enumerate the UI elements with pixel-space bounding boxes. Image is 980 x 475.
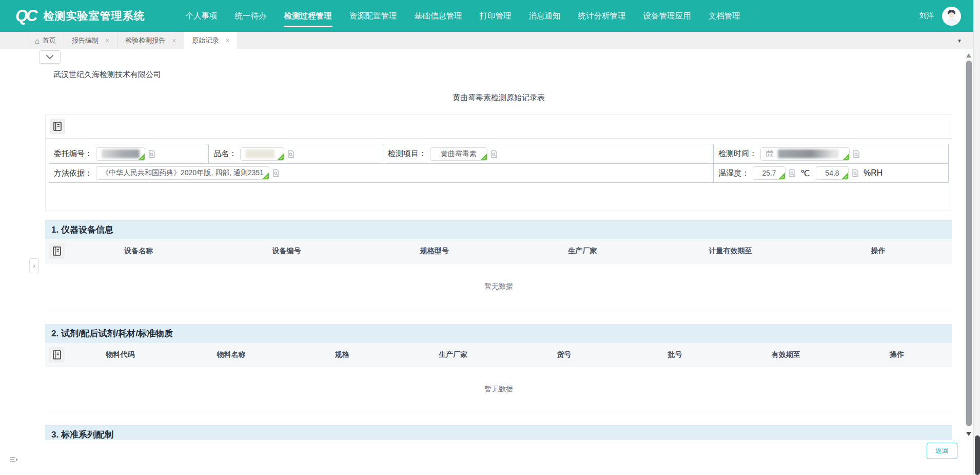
- test-item-cell: 检测项目： 黄曲霉毒素: [383, 144, 713, 163]
- consign-no-input[interactable]: [96, 147, 145, 161]
- tab-bar: ⌂ 首页 报告编制 × 检验检测报告 × 原始记录 × ▼: [0, 32, 973, 49]
- nav-item-personal[interactable]: 个人事项: [177, 0, 226, 32]
- column-header: 生产厂家: [398, 350, 508, 359]
- tab-report-edit[interactable]: 报告编制 ×: [64, 32, 117, 49]
- app-title: 检测实验室管理系统: [44, 9, 145, 23]
- doc-search-icon[interactable]: [287, 150, 295, 158]
- card-toolbar: [46, 115, 952, 139]
- consign-no-label: 委托编号：: [54, 149, 92, 159]
- record-title: 黄曲霉毒素检测原始记录表: [45, 93, 952, 103]
- content-scrollbar-thumb[interactable]: [966, 61, 972, 426]
- section-reagents-title: 2. 试剂/配后试剂/耗材/标准物质: [45, 324, 952, 343]
- column-header: 货号: [508, 350, 619, 359]
- nav-item-resource-config[interactable]: 资源配置管理: [341, 0, 406, 32]
- close-icon[interactable]: ×: [105, 37, 109, 44]
- footer-bar: 返回: [0, 440, 965, 475]
- column-header: 设备名称: [65, 246, 212, 256]
- reagents-table-body: 暂无数据: [45, 367, 952, 411]
- notebook-icon: [53, 122, 62, 131]
- notebook-icon-button[interactable]: [49, 347, 65, 363]
- product-name-input[interactable]: [240, 147, 284, 161]
- temperature-input[interactable]: 25.7: [753, 166, 786, 180]
- instruments-columns: 设备名称 设备编号 规格型号 生产厂家 计量有效期至 操作: [65, 246, 952, 256]
- doc-search-icon[interactable]: [852, 150, 860, 158]
- test-item-input[interactable]: 黄曲霉毒素: [430, 147, 487, 161]
- redacted-value: [778, 149, 838, 158]
- section-standard-series: 3. 标准系列配制: [45, 425, 952, 440]
- column-header: 物料代码: [65, 350, 175, 359]
- column-header: 操作: [841, 350, 952, 359]
- doc-search-icon[interactable]: [148, 150, 156, 158]
- user-avatar[interactable]: [942, 7, 961, 26]
- notebook-icon-button[interactable]: [50, 119, 65, 134]
- redacted-value: [102, 149, 140, 158]
- valid-check-badge: [778, 172, 785, 179]
- tab-report-edit-label: 报告编制: [72, 36, 99, 45]
- doc-search-icon[interactable]: [788, 169, 796, 177]
- column-header: 计量有效期至: [656, 246, 804, 256]
- app-header: QC 检测实验室管理系统 个人事项 统一待办 检测过程管理 资源配置管理 基础信…: [0, 0, 973, 32]
- humidity-input[interactable]: 54.8: [816, 166, 849, 180]
- doc-search-icon[interactable]: [490, 150, 498, 158]
- valid-check-badge: [262, 172, 269, 179]
- nav-item-basic-info[interactable]: 基础信息管理: [406, 0, 471, 32]
- header-right: 刘洋: [919, 7, 961, 26]
- nav-item-test-process[interactable]: 检测过程管理: [276, 0, 341, 32]
- column-header: 物料名称: [175, 350, 286, 359]
- tab-home[interactable]: ⌂ 首页: [27, 32, 64, 49]
- calendar-icon: [766, 150, 774, 158]
- collapse-panel-button[interactable]: [39, 50, 61, 64]
- column-header: 设备编号: [212, 246, 360, 256]
- scroll-down-arrow-icon[interactable]: [966, 432, 971, 436]
- record-info-card: 委托编号： 品名：: [45, 114, 952, 211]
- page-scrollbar[interactable]: [973, 0, 980, 475]
- tab-original-record[interactable]: 原始记录 ×: [184, 32, 238, 49]
- menu-unfold-icon[interactable]: [9, 457, 18, 466]
- tab-inspection-report[interactable]: 检验检测报告 ×: [117, 32, 184, 49]
- nav-item-document[interactable]: 文档管理: [700, 0, 749, 32]
- app-screen: QC 检测实验室管理系统 个人事项 统一待办 检测过程管理 资源配置管理 基础信…: [0, 0, 980, 475]
- notebook-icon-button[interactable]: [49, 243, 65, 259]
- close-icon[interactable]: ×: [172, 37, 176, 44]
- method-basis-input[interactable]: 《中华人民共和国药典》2020年版, 四部, 通则2351: [96, 166, 269, 180]
- back-button[interactable]: 返回: [927, 443, 957, 459]
- tab-original-record-label: 原始记录: [192, 36, 219, 45]
- temp-humidity-cell: 温湿度： 25.7 ℃ 54.8: [713, 163, 948, 182]
- scroll-up-arrow-icon[interactable]: [966, 53, 971, 58]
- product-name-label: 品名：: [213, 149, 237, 159]
- user-name[interactable]: 刘洋: [919, 11, 934, 21]
- empty-data-text: 暂无数据: [484, 385, 513, 394]
- doc-search-icon[interactable]: [272, 169, 280, 177]
- test-item-value: 黄曲霉毒素: [441, 149, 477, 159]
- method-basis-value: 《中华人民共和国药典》2020年版, 四部, 通则2351: [102, 168, 264, 178]
- doc-search-icon[interactable]: [851, 169, 859, 177]
- instruments-table-header: 设备名称 设备编号 规格型号 生产厂家 计量有效期至 操作: [45, 239, 952, 263]
- tab-list-caret-icon[interactable]: ▼: [957, 32, 962, 49]
- nav-item-message[interactable]: 消息通知: [520, 0, 570, 32]
- page-scrollbar-thumb[interactable]: [975, 435, 980, 475]
- content-scrollbar[interactable]: [965, 49, 973, 440]
- valid-check-badge: [138, 153, 145, 160]
- nav-item-statistics[interactable]: 统计分析管理: [570, 0, 635, 32]
- valid-check-badge: [842, 153, 849, 160]
- nav-item-equipment[interactable]: 设备管理应用: [635, 0, 700, 32]
- redacted-value: [246, 149, 275, 158]
- nav-item-todo[interactable]: 统一待办: [226, 0, 276, 32]
- column-header: 有效期至: [731, 350, 841, 359]
- section-instruments-title: 1. 仪器设备信息: [45, 220, 952, 239]
- section-instruments: 1. 仪器设备信息 设备名称 设备编号 规格型号 生产厂家 计量有效期至 操作 …: [45, 220, 952, 310]
- info-form-table: 委托编号： 品名：: [49, 144, 949, 183]
- expand-panel-handle[interactable]: ›: [29, 258, 39, 273]
- humidity-unit: %RH: [864, 168, 883, 178]
- close-icon[interactable]: ×: [225, 37, 229, 44]
- column-header: 批号: [619, 350, 730, 359]
- test-time-input[interactable]: [760, 147, 850, 161]
- consign-no-cell: 委托编号：: [49, 144, 208, 163]
- reagents-table-header: 物料代码 物料名称 规格 生产厂家 货号 批号 有效期至 操作: [45, 343, 952, 367]
- valid-check-badge: [841, 172, 848, 179]
- column-header: 规格型号: [361, 246, 508, 256]
- avatar-body: [946, 19, 958, 26]
- instruments-table-body: 暂无数据: [45, 263, 952, 310]
- nav-item-print[interactable]: 打印管理: [471, 0, 520, 32]
- empty-data-text: 暂无数据: [484, 282, 513, 291]
